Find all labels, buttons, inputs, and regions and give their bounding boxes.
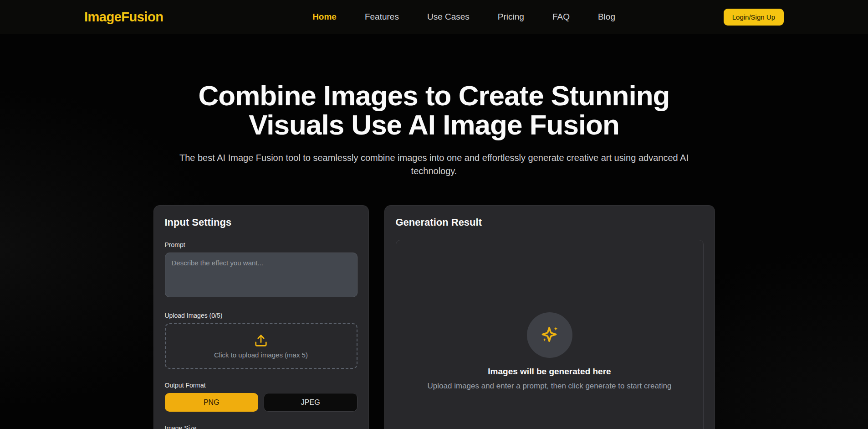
input-settings-card: Input Settings Prompt Upload Images (0/5… — [153, 205, 369, 429]
output-format-label: Output Format — [165, 382, 357, 389]
page-title: Combine Images to Create Stunning Visual… — [0, 81, 868, 140]
generation-result-title: Generation Result — [396, 217, 704, 228]
generation-result-card: Generation Result Images will be generat… — [384, 205, 715, 429]
nav-item-pricing[interactable]: Pricing — [498, 12, 524, 22]
format-png-button[interactable]: PNG — [165, 393, 259, 412]
hero-subtitle: The best AI Image Fusion tool to seamles… — [170, 151, 698, 178]
input-settings-title: Input Settings — [165, 217, 357, 228]
upload-images-label: Upload Images (0/5) — [165, 312, 357, 319]
prompt-input[interactable] — [165, 253, 357, 297]
format-jpeg-button[interactable]: JPEG — [264, 393, 357, 412]
nav-item-home[interactable]: Home — [312, 12, 337, 22]
nav-item-features[interactable]: Features — [365, 12, 399, 22]
upload-dropzone[interactable]: Click to upload images (max 5) — [165, 323, 357, 369]
prompt-label: Prompt — [165, 241, 357, 248]
result-placeholder-subtitle: Upload images and enter a prompt, then c… — [428, 382, 672, 391]
output-format-toggle: PNG JPEG — [165, 393, 357, 412]
login-signup-button[interactable]: Login/Sign Up — [724, 9, 784, 26]
logo[interactable]: ImageFusion — [84, 10, 163, 25]
main-content: Input Settings Prompt Upload Images (0/5… — [153, 205, 715, 429]
sparkles-icon — [539, 325, 560, 346]
nav-item-blog[interactable]: Blog — [598, 12, 615, 22]
image-size-label: Image Size — [165, 424, 357, 429]
upload-icon — [254, 334, 268, 347]
hero-section: Combine Images to Create Stunning Visual… — [0, 34, 868, 178]
upload-hint-text: Click to upload images (max 5) — [214, 351, 308, 359]
nav-item-faq[interactable]: FAQ — [552, 12, 570, 22]
result-placeholder-area: Images will be generated here Upload ima… — [396, 240, 704, 429]
nav-menu: Home Features Use Cases Pricing FAQ Blog — [312, 12, 615, 22]
page-title-line1: Combine Images to Create Stunning — [0, 81, 868, 110]
top-navbar: ImageFusion Home Features Use Cases Pric… — [0, 0, 868, 34]
result-placeholder-title: Images will be generated here — [488, 367, 611, 377]
nav-item-use-cases[interactable]: Use Cases — [427, 12, 470, 22]
result-icon-badge — [527, 312, 572, 358]
page-title-line2: Visuals Use AI Image Fusion — [0, 110, 868, 140]
